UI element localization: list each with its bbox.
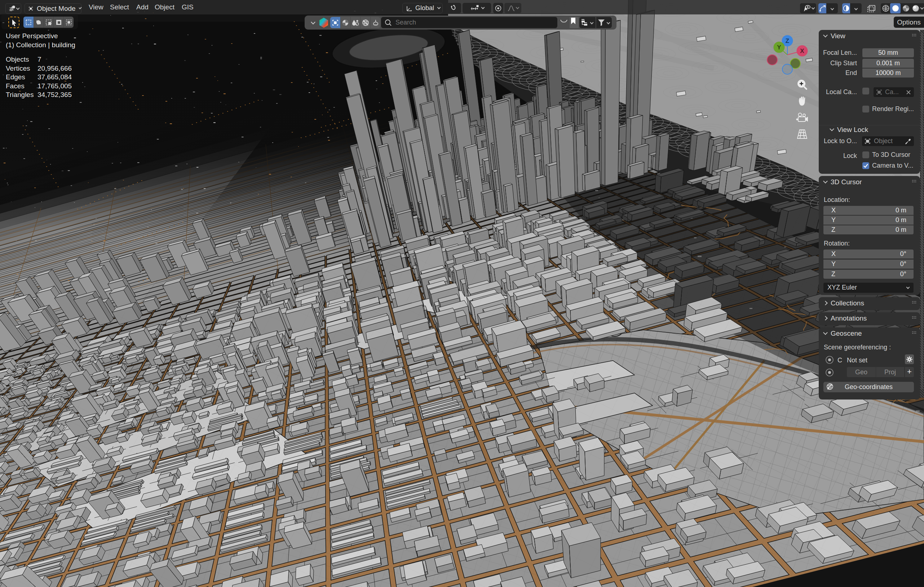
svg-text:X: X [800, 48, 804, 54]
svg-text:Z: Z [785, 38, 789, 45]
svg-text:Y: Y [777, 44, 781, 51]
